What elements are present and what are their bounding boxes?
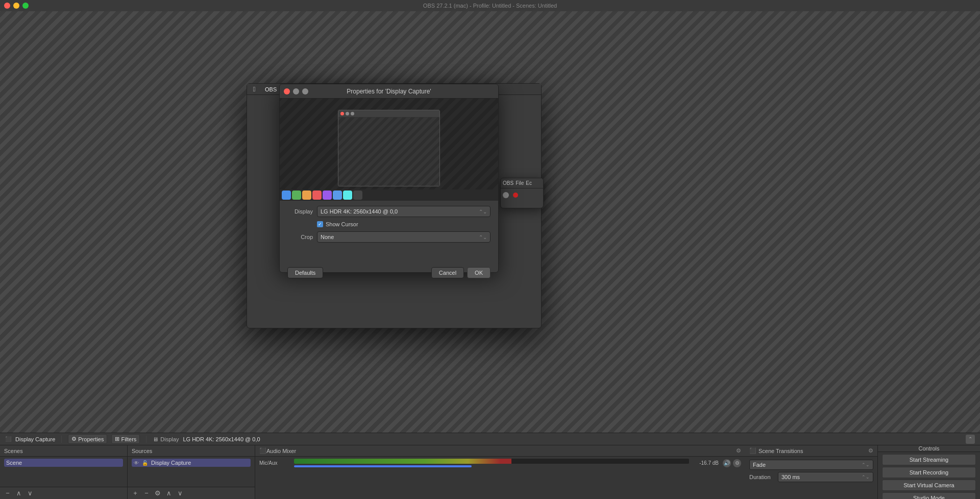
- dialog-preview: [280, 99, 498, 201]
- filters-button[interactable]: ⊞ Filters: [111, 434, 140, 444]
- source-down-btn[interactable]: ∨: [176, 489, 185, 498]
- duration-input[interactable]: 300 ms ⌃⌄: [778, 472, 873, 482]
- duration-stepper: ⌃⌄: [862, 474, 870, 480]
- app-window-buttons: [4, 3, 29, 9]
- transitions-settings[interactable]: ⚙: [868, 447, 873, 454]
- track-volume-icon[interactable]: 🔊: [723, 459, 731, 467]
- inner-max: [351, 112, 354, 115]
- defaults-button[interactable]: Defaults: [287, 267, 323, 278]
- filter-icon: ⊞: [115, 436, 119, 442]
- track-meter-container: [294, 459, 689, 467]
- sources-panel: Sources 👁 🔓 Display Capture + − ⚙ ∧ ∨: [128, 445, 255, 499]
- bottom-bar: ⬛ Display Capture ⚙ Properties ⊞ Filters…: [0, 433, 980, 499]
- start-virtual-camera-btn[interactable]: Start Virtual Camera: [882, 480, 976, 491]
- apple-icon: : [250, 85, 258, 93]
- sources-panel-footer: + − ⚙ ∧ ∨: [128, 487, 255, 499]
- show-cursor-label: Show Cursor: [326, 221, 358, 227]
- controls-content: Start Streaming Start Recording Start Vi…: [878, 452, 980, 499]
- dialog-close-button[interactable]: [284, 88, 290, 94]
- second-dialog-edit: Ec: [526, 180, 532, 186]
- scenes-panel-footer: − ∧ ∨: [0, 487, 127, 499]
- scenes-panel: Scenes Scene − ∧ ∨: [0, 445, 128, 499]
- track-meter-micaux: [294, 459, 689, 464]
- audio-panel-header: ⬛ Audio Mixer ⚙: [255, 445, 745, 457]
- second-dialog-circle: [503, 192, 509, 198]
- dock-icon-6: [333, 191, 342, 200]
- second-dialog-content: [501, 188, 543, 202]
- show-cursor-checkbox[interactable]: ✓: [317, 221, 323, 227]
- dock-icon-2: [292, 191, 301, 200]
- display-label: Display: [287, 208, 313, 215]
- transitions-title: Scene Transitions: [758, 448, 803, 454]
- app-maximize-button[interactable]: [22, 3, 29, 9]
- transitions-panel: ⬛ Scene Transitions ⚙ Fade ⌃⌄ Duration 3…: [745, 445, 878, 499]
- studio-mode-btn[interactable]: Studio Mode: [882, 492, 976, 499]
- ok-button[interactable]: OK: [467, 267, 491, 278]
- menu-obs[interactable]: OBS: [261, 85, 280, 93]
- duration-label: Duration: [749, 474, 775, 480]
- track-progress-bar: [294, 465, 472, 467]
- audio-panel-expand: ⬛: [259, 447, 266, 454]
- scene-item-scene[interactable]: Scene: [4, 459, 123, 467]
- dialog-titlebar: Properties for 'Display Capture': [280, 84, 498, 99]
- source-display-name: Display Capture: [15, 436, 55, 442]
- scenes-panel-header: Scenes: [0, 445, 127, 457]
- display-select[interactable]: LG HDR 4K: 2560x1440 @ 0,0 ⌃⌄: [317, 206, 491, 217]
- sources-panel-content: 👁 🔓 Display Capture: [128, 457, 255, 487]
- app-close-button[interactable]: [4, 3, 10, 9]
- properties-button[interactable]: ⚙ Properties: [68, 434, 107, 444]
- divider-2: [146, 436, 146, 443]
- start-recording-btn[interactable]: Start Recording: [882, 467, 976, 478]
- crop-select-arrow: ⌃⌄: [479, 234, 487, 240]
- audio-content: Mic/Aux -16.7 dB 🔊 ⚙: [255, 457, 745, 499]
- source-settings-btn[interactable]: ⚙: [153, 489, 162, 498]
- source-visibility-icon[interactable]: 👁: [134, 460, 139, 466]
- track-settings-icon[interactable]: ⚙: [733, 459, 741, 467]
- transition-type-select[interactable]: Fade ⌃⌄: [749, 460, 873, 470]
- track-volume-micaux: -16.7 dB: [693, 460, 719, 466]
- cancel-button[interactable]: Cancel: [431, 267, 464, 278]
- dialog-minimize-button[interactable]: [293, 88, 299, 94]
- audio-panel: ⬛ Audio Mixer ⚙ Mic/Aux -16.7 dB: [255, 445, 745, 499]
- transitions-expand-icon: ⬛: [749, 447, 756, 454]
- transition-duration-row: Duration 300 ms ⌃⌄: [749, 472, 873, 482]
- display-source-name: Display: [160, 436, 179, 442]
- show-cursor-row: ✓ Show Cursor: [317, 221, 491, 227]
- scene-up-btn[interactable]: ∨: [26, 489, 35, 498]
- dialog-window-buttons: [284, 88, 308, 94]
- source-up-btn[interactable]: ∧: [164, 489, 174, 498]
- preview-inner-content: [338, 117, 439, 186]
- dock-icon-4: [312, 191, 322, 200]
- crop-select[interactable]: None ⌃⌄: [317, 231, 491, 243]
- scene-remove-btn[interactable]: ∧: [14, 489, 23, 498]
- transition-type-value: Fade: [753, 462, 766, 468]
- start-streaming-btn[interactable]: Start Streaming: [882, 454, 976, 465]
- source-bar-expand[interactable]: ⌃: [966, 435, 975, 444]
- display-source-label: 🖥 Display: [153, 436, 179, 442]
- divider-1: [61, 436, 62, 443]
- preview-dock-bar: [280, 189, 498, 201]
- second-dialog-file: File: [516, 180, 524, 186]
- source-lock-icon[interactable]: 🔓: [142, 460, 148, 466]
- second-dialog: OBS File Ec: [500, 178, 544, 208]
- dialog-button-row: Defaults Cancel OK: [280, 262, 498, 283]
- second-dialog-obs: OBS: [503, 180, 513, 186]
- transitions-content: Fade ⌃⌄ Duration 300 ms ⌃⌄: [745, 457, 877, 485]
- app-minimize-button[interactable]: [13, 3, 19, 9]
- filters-label: Filters: [121, 436, 136, 442]
- controls-header: Controls: [878, 445, 980, 452]
- track-controls-micaux: 🔊 ⚙: [723, 459, 741, 467]
- dialog-maximize-button[interactable]: [302, 88, 308, 94]
- crop-select-value: None: [321, 234, 334, 240]
- audio-panel-settings[interactable]: ⚙: [736, 447, 741, 454]
- controls-panel: Controls Start Streaming Start Recording…: [878, 445, 980, 499]
- crop-control-row: Crop None ⌃⌄: [287, 231, 491, 243]
- source-item-label: Display Capture: [151, 460, 191, 466]
- source-remove-btn[interactable]: −: [142, 489, 151, 498]
- dock-icon-7: [343, 191, 352, 200]
- display-select-value: LG HDR 4K: 2560x1440 @ 0,0: [321, 208, 398, 215]
- source-add-btn[interactable]: +: [131, 489, 140, 498]
- source-item-display[interactable]: 👁 🔓 Display Capture: [132, 459, 251, 467]
- scene-add-btn[interactable]: −: [3, 489, 12, 498]
- duration-value: 300 ms: [781, 474, 800, 480]
